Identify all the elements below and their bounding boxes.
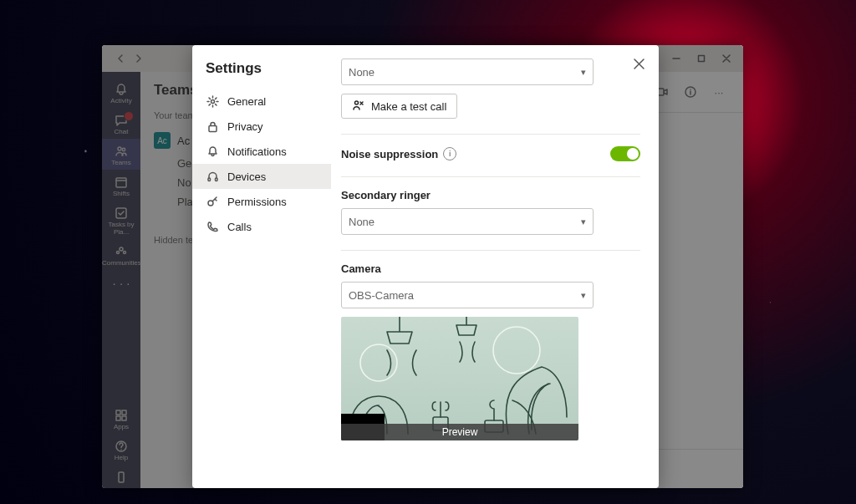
- menu-label: Devices: [227, 171, 266, 183]
- settings-menu-general[interactable]: General: [192, 89, 331, 114]
- camera-dropdown[interactable]: OBS-Camera ▾: [341, 282, 594, 308]
- noise-suppression-label: Noise suppression: [341, 148, 438, 160]
- camera-label: Camera: [341, 262, 640, 275]
- make-test-call-button[interactable]: Make a test call: [341, 94, 457, 119]
- dropdown-value: OBS-Camera: [349, 289, 414, 302]
- menu-label: General: [227, 95, 266, 108]
- settings-menu-devices[interactable]: Devices: [192, 164, 331, 189]
- button-label: Make a test call: [371, 100, 446, 113]
- close-icon: [634, 59, 645, 69]
- dropdown-value: None: [349, 216, 374, 228]
- person-call-icon: [352, 99, 364, 114]
- headset-icon: [206, 170, 219, 183]
- info-icon[interactable]: i: [443, 147, 456, 160]
- bell-icon: [206, 145, 219, 158]
- settings-menu-permissions[interactable]: Permissions: [192, 189, 331, 214]
- noise-suppression-toggle[interactable]: [610, 146, 640, 161]
- lock-icon: [206, 120, 219, 133]
- speaker-dropdown[interactable]: None ▾: [341, 59, 594, 85]
- settings-modal: Settings General Privacy Notifications D…: [192, 45, 659, 488]
- secondary-ringer-dropdown[interactable]: None ▾: [341, 208, 594, 235]
- settings-title: Settings: [206, 60, 318, 77]
- menu-label: Permissions: [227, 196, 287, 208]
- svg-rect-20: [215, 178, 217, 181]
- dropdown-value: None: [349, 66, 374, 79]
- preview-caption: Preview: [341, 424, 578, 440]
- svg-rect-18: [209, 125, 217, 131]
- key-icon: [206, 195, 219, 208]
- settings-menu-notifications[interactable]: Notifications: [192, 139, 331, 164]
- settings-sidebar: Settings General Privacy Notifications D…: [192, 45, 331, 488]
- svg-point-24: [360, 344, 397, 381]
- settings-content: None ▾ Make a test call Noise suppressio…: [331, 45, 659, 488]
- svg-rect-19: [208, 178, 211, 181]
- svg-point-22: [355, 101, 359, 104]
- phone-icon: [206, 220, 219, 233]
- svg-point-23: [493, 327, 540, 374]
- chevron-down-icon: ▾: [581, 290, 586, 301]
- chevron-down-icon: ▾: [581, 67, 586, 78]
- desktop-wallpaper: Activity Chat Teams Shifts Tasks: [0, 0, 856, 504]
- settings-menu-privacy[interactable]: Privacy: [192, 114, 331, 139]
- secondary-ringer-label: Secondary ringer: [341, 189, 640, 201]
- menu-label: Notifications: [227, 145, 287, 158]
- camera-preview: Preview: [341, 317, 578, 440]
- menu-label: Calls: [227, 221, 252, 233]
- svg-point-17: [211, 99, 214, 103]
- settings-menu-calls[interactable]: Calls: [192, 214, 331, 239]
- chevron-down-icon: ▾: [581, 216, 586, 227]
- settings-close-button[interactable]: [629, 53, 649, 74]
- gear-icon: [206, 94, 219, 108]
- menu-label: Privacy: [227, 120, 263, 133]
